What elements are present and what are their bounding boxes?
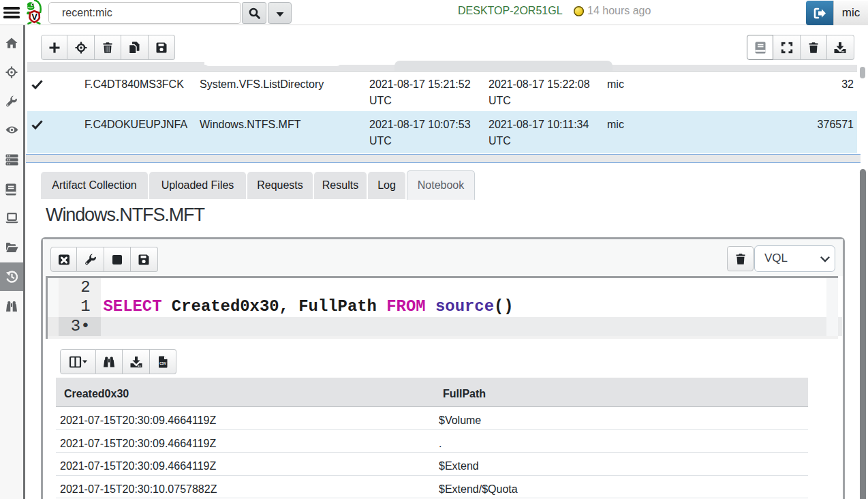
svg-text:CSV: CSV [159, 362, 166, 365]
svg-text:V: V [31, 12, 37, 22]
